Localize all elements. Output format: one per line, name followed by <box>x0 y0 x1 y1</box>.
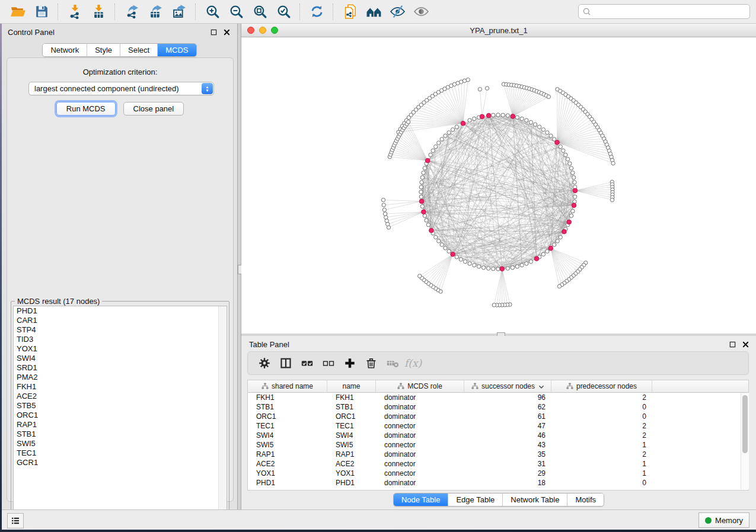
column-header-predecessor-nodes[interactable]: predecessor nodes <box>551 380 652 392</box>
table-row[interactable]: SWI4SWI4dominator462 <box>248 431 748 440</box>
export-table-button[interactable] <box>143 2 167 22</box>
mcds-result-item[interactable]: SWI4 <box>14 354 227 363</box>
table-row[interactable]: TEC1TEC1connector472 <box>248 421 748 431</box>
tab-motifs[interactable]: Motifs <box>567 493 604 506</box>
task-history-button[interactable] <box>7 513 24 528</box>
mcds-result-item[interactable]: FKH1 <box>14 382 227 392</box>
export-table-icon <box>148 4 164 19</box>
tab-select[interactable]: Select <box>120 44 158 56</box>
float-panel-icon[interactable] <box>728 339 737 349</box>
table-cell: ACE2 <box>248 459 327 469</box>
node-table-body: FKH1FKH1dominator962STB1STB1dominator620… <box>248 393 748 488</box>
mcds-result-item[interactable]: SRD1 <box>14 363 227 373</box>
table-cell: TEC1 <box>248 421 327 431</box>
import-table-button[interactable] <box>87 2 110 22</box>
delete-column-button[interactable] <box>361 354 382 373</box>
mcds-result-item[interactable]: SWI5 <box>14 439 227 448</box>
memory-button[interactable]: Memory <box>698 512 749 528</box>
columns-icon <box>279 357 292 370</box>
import-network-button[interactable] <box>63 2 87 22</box>
optimization-select[interactable]: largest connected component (undirected)… <box>28 82 214 95</box>
mcds-result-item[interactable]: RAP1 <box>14 420 227 430</box>
column-header-MCDS-role[interactable]: MCDS role <box>376 380 464 392</box>
mcds-result-item[interactable]: TEC1 <box>14 448 227 458</box>
table-cell: 96 <box>464 393 551 402</box>
hide-selected-button[interactable] <box>385 2 409 22</box>
table-row[interactable]: SWI5SWI5connector431 <box>248 440 748 450</box>
table-row[interactable]: ORC1ORC1dominator610 <box>248 412 748 421</box>
list-scrollbar[interactable] <box>218 306 227 517</box>
zoom-in-button[interactable] <box>200 2 224 22</box>
add-column-button[interactable] <box>339 354 361 373</box>
table-cell: 2 <box>551 393 652 402</box>
mcds-result-item[interactable]: ACE2 <box>14 392 227 401</box>
table-cell: STB1 <box>248 402 327 412</box>
select-all-icon <box>301 357 314 370</box>
table-scrollbar[interactable] <box>741 393 749 489</box>
apply-layout-button[interactable] <box>305 2 328 22</box>
table-row[interactable]: ACE2ACE2connector311 <box>248 459 748 469</box>
table-row[interactable]: STB1STB1dominator620 <box>248 402 748 412</box>
scrollbar-thumb[interactable] <box>742 395 748 453</box>
tab-network-table[interactable]: Network Table <box>503 493 567 506</box>
show-hidden-button[interactable] <box>409 2 433 22</box>
delete-table-disabled-button <box>382 354 403 373</box>
select-all-button[interactable] <box>296 354 318 373</box>
close-panel-button[interactable]: Close panel <box>123 102 184 116</box>
control-panel-tabs: NetworkStyleSelectMCDS <box>42 43 196 57</box>
settings-gear-button[interactable] <box>254 354 275 373</box>
network-canvas[interactable] <box>241 37 756 334</box>
table-row[interactable]: RAP1RAP1dominator352 <box>248 450 748 459</box>
close-panel-icon[interactable] <box>222 27 231 37</box>
save-session-button[interactable] <box>30 2 53 22</box>
mcds-result-item[interactable]: ORC1 <box>14 411 227 420</box>
table-cell: SWI4 <box>248 431 327 440</box>
table-row[interactable]: YOX1YOX1connector291 <box>248 469 748 478</box>
export-network-button[interactable] <box>120 2 143 22</box>
mcds-result-item[interactable]: GCR1 <box>14 458 227 467</box>
mcds-result-item[interactable]: PHD1 <box>14 306 227 316</box>
deselect-all-icon <box>322 357 335 370</box>
column-header-successor-nodes[interactable]: successor nodes <box>464 380 551 392</box>
add-column-icon <box>343 357 356 370</box>
network-from-file-button[interactable] <box>338 2 362 22</box>
table-cell: 18 <box>464 478 551 488</box>
columns-button[interactable] <box>275 354 296 373</box>
deselect-all-button[interactable] <box>318 354 339 373</box>
mcds-result-item[interactable]: STP4 <box>14 325 227 335</box>
column-header-name[interactable]: name <box>327 380 376 392</box>
network-graph[interactable] <box>241 37 756 334</box>
tab-network[interactable]: Network <box>43 44 87 56</box>
mcds-result-item[interactable]: CAR1 <box>14 316 227 325</box>
tab-node-table[interactable]: Node Table <box>394 493 449 506</box>
tree-icon <box>471 383 479 390</box>
close-panel-icon[interactable] <box>741 339 750 349</box>
vertical-splitter[interactable] <box>237 24 241 509</box>
float-panel-icon[interactable] <box>209 27 218 37</box>
zoom-out-button[interactable] <box>224 2 248 22</box>
tab-style[interactable]: Style <box>87 44 120 56</box>
zoom-selected-button[interactable] <box>272 2 295 22</box>
table-cell: SWI4 <box>327 431 376 440</box>
tab-edge-table[interactable]: Edge Table <box>448 493 503 506</box>
search-input[interactable] <box>592 5 749 18</box>
zoom-fit-button[interactable] <box>248 2 272 22</box>
toolbar-separator <box>299 4 301 20</box>
table-row[interactable]: PHD1PHD1dominator180 <box>248 478 748 488</box>
mcds-result-item[interactable]: TID3 <box>14 335 227 344</box>
search-box[interactable] <box>578 4 750 19</box>
mcds-result-list[interactable]: PHD1CAR1STP4TID3YOX1SWI4SRD1PMA2FKH1ACE2… <box>13 306 227 518</box>
mcds-result-item[interactable]: STB1 <box>14 430 227 439</box>
toolbar-separator <box>58 4 59 20</box>
mcds-result-item[interactable]: STB5 <box>14 401 227 411</box>
export-image-button[interactable] <box>167 2 191 22</box>
run-mcds-button[interactable]: Run MCDS <box>56 102 116 116</box>
first-neighbors-button[interactable] <box>362 2 385 22</box>
table-cell: ACE2 <box>327 459 376 469</box>
open-session-button[interactable] <box>6 2 30 22</box>
table-row[interactable]: FKH1FKH1dominator962 <box>248 393 748 402</box>
mcds-result-item[interactable]: PMA2 <box>14 373 227 382</box>
tab-mcds[interactable]: MCDS <box>158 44 196 56</box>
column-header-shared-name[interactable]: shared name <box>248 380 327 392</box>
mcds-result-item[interactable]: YOX1 <box>14 344 227 354</box>
